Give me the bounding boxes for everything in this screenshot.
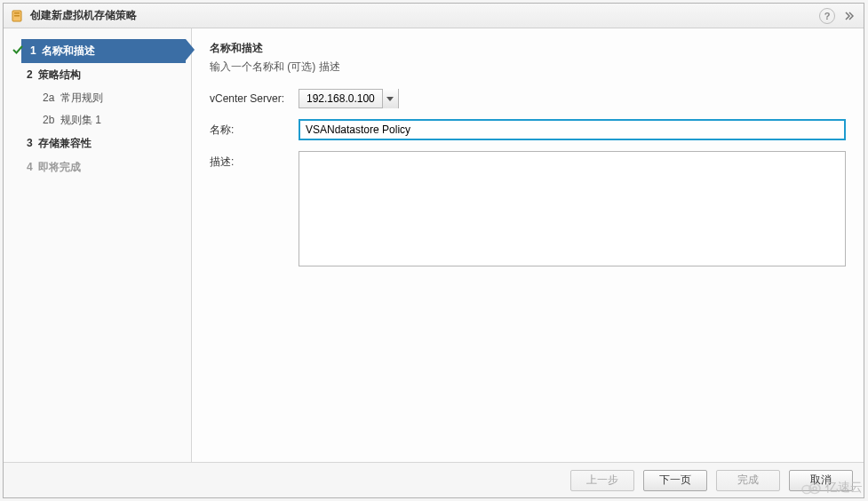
step-label: 名称和描述: [42, 44, 95, 57]
wizard-sidebar: 1 名称和描述 2 策略结构 2a 常用规则 2b 规则集 1 3 存储兼容性 …: [4, 28, 192, 462]
step-label: 常用规则: [60, 91, 103, 104]
row-desc: 描述:: [210, 151, 846, 266]
next-button[interactable]: 下一页: [643, 470, 707, 491]
vcenter-label: vCenter Server:: [210, 89, 299, 105]
dialog-window: 创建新虚拟机存储策略 ? 1 名称和描述 2 策略结构 2a 常用规则: [3, 3, 864, 498]
step-name-desc[interactable]: 1 名称和描述: [21, 39, 186, 63]
step-label: 规则集 1: [60, 114, 101, 126]
step-num: 2b: [43, 114, 54, 126]
name-input[interactable]: [299, 119, 846, 140]
name-label: 名称:: [210, 119, 299, 138]
desc-label: 描述:: [210, 151, 299, 170]
cancel-label: 取消: [810, 473, 832, 488]
row-vcenter: vCenter Server: 192.168.0.100: [210, 89, 846, 108]
next-label: 下一页: [659, 473, 691, 488]
substep-common-rules[interactable]: 2a 常用规则: [4, 87, 191, 109]
help-icon[interactable]: ?: [819, 8, 835, 24]
chevron-down-icon[interactable]: [382, 89, 398, 108]
policy-icon: [11, 9, 25, 23]
vcenter-dropdown[interactable]: 192.168.0.100: [299, 89, 399, 108]
panel-title: 名称和描述: [210, 41, 846, 56]
step-num: 2: [27, 68, 33, 81]
substep-ruleset-1[interactable]: 2b 规则集 1: [4, 109, 191, 131]
titlebar: 创建新虚拟机存储策略 ?: [4, 4, 864, 28]
step-compatibility[interactable]: 3 存储兼容性: [4, 131, 191, 155]
step-label: 即将完成: [38, 161, 81, 173]
step-structure[interactable]: 2 策略结构: [4, 63, 191, 87]
finish-button: 完成: [716, 470, 780, 491]
cancel-button[interactable]: 取消: [789, 470, 853, 491]
expand-icon[interactable]: [840, 8, 856, 24]
step-num: 4: [27, 161, 33, 173]
step-num: 2a: [43, 91, 54, 104]
svg-rect-2: [14, 15, 20, 17]
finish-label: 完成: [737, 473, 759, 488]
step-finish[interactable]: 4 即将完成: [4, 155, 191, 179]
dialog-title: 创建新虚拟机存储策略: [30, 8, 137, 23]
back-button: 上一步: [570, 470, 634, 491]
check-icon: [27, 44, 37, 54]
panel-subtitle: 输入一个名称和 (可选) 描述: [210, 60, 846, 75]
row-name: 名称:: [210, 119, 846, 140]
desc-textarea[interactable]: [299, 151, 846, 266]
step-num: 3: [27, 137, 33, 149]
svg-rect-1: [14, 12, 20, 14]
vcenter-value: 192.168.0.100: [299, 92, 382, 105]
dialog-footer: 上一步 下一页 完成 取消: [4, 462, 864, 497]
back-label: 上一步: [586, 473, 618, 488]
step-label: 存储兼容性: [38, 137, 92, 149]
main-panel: 名称和描述 输入一个名称和 (可选) 描述 vCenter Server: 19…: [192, 28, 864, 462]
dialog-body: 1 名称和描述 2 策略结构 2a 常用规则 2b 规则集 1 3 存储兼容性 …: [4, 28, 864, 462]
step-label: 策略结构: [38, 68, 81, 81]
